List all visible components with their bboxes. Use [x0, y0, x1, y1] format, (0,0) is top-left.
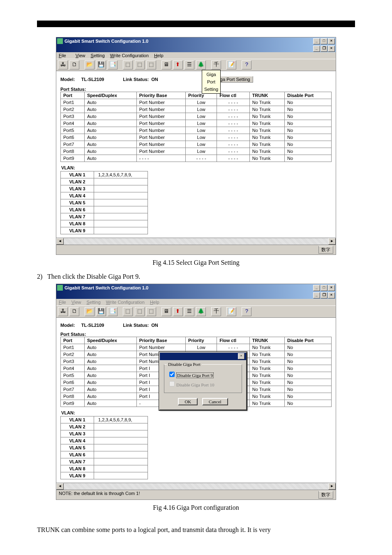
table-row: Port1AutoPort NumberLow- - - -No TrunkNo: [61, 344, 332, 351]
close-button[interactable]: ×: [328, 285, 335, 291]
status-bar: NOTE: the default link is through Com 1!…: [56, 490, 336, 500]
checkbox-disable-port-9[interactable]: [169, 372, 175, 377]
tb-connect-icon[interactable]: 🖧: [58, 60, 68, 69]
tb-save-icon[interactable]: 💾: [96, 307, 106, 316]
dialog-ok-button[interactable]: OK: [178, 398, 198, 405]
tb-help-icon[interactable]: ?: [242, 307, 251, 316]
col-disable: Disable Port: [284, 337, 331, 344]
tb-config2-icon[interactable]: ⬚: [135, 307, 145, 316]
cell: No Trunk: [249, 358, 284, 365]
minimize-button[interactable]: _: [313, 38, 320, 44]
vlan-name: VLAN 5: [61, 444, 94, 451]
maximize-button[interactable]: □: [321, 285, 327, 291]
col-port: Port: [61, 92, 85, 99]
app-icon: [57, 285, 63, 291]
tb-open-icon[interactable]: 📂: [85, 307, 95, 316]
mdi-restore-button[interactable]: ❐: [321, 46, 327, 52]
cell: No Trunk: [249, 365, 284, 372]
tb-device-icon[interactable]: 🖥: [161, 60, 171, 69]
scroll-left-icon[interactable]: ◄: [56, 483, 64, 490]
cell: No Trunk: [249, 120, 284, 127]
tb-tree-icon[interactable]: 🌲: [196, 60, 206, 69]
tb-write-icon[interactable]: 📝: [226, 60, 236, 69]
col-flow: Flow ctl: [217, 92, 250, 99]
menu-setting[interactable]: Setting: [91, 53, 105, 58]
tb-config1-icon[interactable]: ⬚: [123, 60, 133, 69]
tb-config3-icon[interactable]: ⬚: [146, 60, 156, 69]
minimize-button[interactable]: _: [313, 285, 320, 291]
tb-config3-icon[interactable]: ⬚: [146, 307, 156, 316]
cell: Auto: [85, 358, 137, 365]
scroll-right-icon[interactable]: ►: [328, 238, 336, 245]
cell: Low: [186, 120, 217, 127]
figure-caption-2: Fig 4.16 Giga Port configuration: [37, 504, 355, 511]
mdi-close-button[interactable]: ×: [328, 46, 335, 52]
cell: No: [284, 148, 331, 155]
tb-help-icon[interactable]: ?: [242, 60, 251, 69]
cell: Auto: [85, 386, 137, 393]
tb-config1-icon[interactable]: ⬚: [123, 307, 133, 316]
tb-new-icon[interactable]: 🗋: [69, 60, 79, 69]
label-disable-port-10: Disable Giga Port 10: [176, 382, 214, 387]
tb-device-icon[interactable]: 🖥: [161, 307, 171, 316]
vlan-name: VLAN 6: [61, 206, 94, 213]
tb-ports-icon[interactable]: ☰: [184, 60, 194, 69]
maximize-button[interactable]: □: [321, 38, 327, 44]
tb-upload-icon[interactable]: ⬆: [173, 307, 183, 316]
tb-gigaport-icon[interactable]: 千: [211, 307, 221, 316]
cell: Port Number: [136, 141, 185, 148]
tb-ports-icon[interactable]: ☰: [184, 307, 194, 316]
cell: No: [284, 134, 331, 141]
vlan-ports: [94, 430, 148, 437]
menu-view[interactable]: View: [76, 53, 85, 58]
mdi-close-button[interactable]: ×: [328, 292, 335, 298]
table-row: Port6AutoPort NumberLow- - - -No TrunkNo: [61, 134, 332, 141]
scroll-right-icon[interactable]: ►: [328, 483, 336, 490]
tb-new-icon[interactable]: 🗋: [69, 307, 79, 316]
cell: No: [284, 344, 331, 351]
close-button[interactable]: ×: [328, 38, 335, 44]
cell: - - - -: [217, 127, 250, 134]
horizontal-scrollbar[interactable]: ◄ ►: [56, 483, 336, 490]
col-priority: Priority: [186, 337, 217, 344]
table-row: Port5AutoPort NumberLow- - - -No TrunkNo: [61, 127, 332, 134]
scroll-left-icon[interactable]: ◄: [56, 238, 64, 245]
cell: - - - -: [217, 344, 250, 351]
screenshot-2: Gigabit Smart Switch Configuration 1.0 _…: [56, 284, 336, 500]
cell: Port7: [61, 141, 85, 148]
tb-open-icon[interactable]: 📂: [85, 60, 95, 69]
tb-gigaport-icon[interactable]: 千 Giga Port Setting: [211, 60, 221, 69]
tb-config2-icon[interactable]: ⬚: [135, 60, 145, 69]
cell: Port3: [61, 358, 85, 365]
horizontal-scrollbar[interactable]: ◄ ►: [56, 238, 336, 245]
mdi-minimize-button[interactable]: _: [313, 292, 320, 298]
step-text: Then click the Disable Giga Port 9.: [47, 273, 140, 280]
cell: Auto: [85, 106, 137, 113]
cell: No: [284, 393, 331, 400]
cell: Low: [186, 344, 217, 351]
tb-connect-icon[interactable]: 🖧: [58, 307, 68, 316]
cell: Auto: [85, 120, 137, 127]
tb-save-icon[interactable]: 💾: [96, 60, 106, 69]
menu-file[interactable]: File: [59, 53, 70, 58]
vlan-name: VLAN 9: [61, 472, 94, 479]
tb-export-icon[interactable]: 📑: [108, 60, 118, 69]
cell: No Trunk: [249, 379, 284, 386]
menu-help[interactable]: Help: [154, 53, 164, 58]
tb-tree-icon[interactable]: 🌲: [196, 307, 206, 316]
cell: No: [284, 120, 331, 127]
mdi-restore-button[interactable]: ❐: [321, 292, 327, 298]
mdi-minimize-button[interactable]: _: [313, 46, 320, 52]
cell: Auto: [85, 344, 137, 351]
menu-write-config[interactable]: Write Configuration: [110, 53, 149, 58]
table-row: Port4AutoPort NumberLow- - - -No TrunkNo: [61, 120, 332, 127]
tb-write-icon[interactable]: 📝: [226, 307, 236, 316]
checkbox-disable-port-10: [169, 381, 175, 386]
vlan-table: VLAN 11,2,3,4,5,6,7,8,9,VLAN 2VLAN 3VLAN…: [60, 171, 148, 234]
tb-export-icon[interactable]: 📑: [108, 307, 118, 316]
dialog-cancel-button[interactable]: Cancel: [202, 398, 228, 405]
vlan-name: VLAN 9: [61, 227, 94, 234]
dialog-close-button[interactable]: ×: [238, 353, 244, 359]
cell: Low: [186, 141, 217, 148]
tb-upload-icon[interactable]: ⬆: [173, 60, 183, 69]
